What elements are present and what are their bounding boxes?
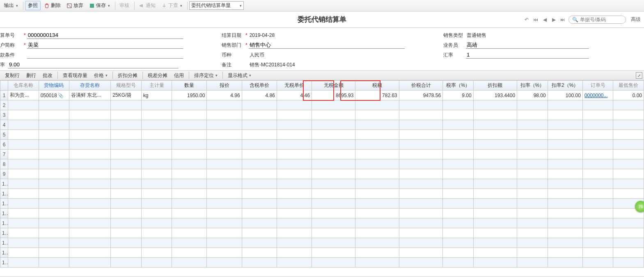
save-icon [89,3,95,9]
sales-dept-input[interactable] [249,41,405,49]
order-ref-link[interactable]: 0000000... [584,93,608,98]
page-title: 委托代销结算单 [298,15,346,24]
discard-icon [66,3,72,9]
col-warehouse[interactable]: 仓库名称 [8,81,39,91]
delete-icon [44,3,50,9]
table-row[interactable]: 15 [0,228,644,238]
copy-row-button[interactable]: 复制行 [2,71,23,80]
col-disc-amt[interactable]: 折扣额 [473,81,517,91]
separator [115,2,115,10]
del-row-button[interactable]: 删行 [23,71,39,80]
col-notax-price[interactable]: 无税单价 [277,81,312,91]
col-tax-amt[interactable]: 税额 [355,81,399,91]
nav-last-icon[interactable]: ⏭ [559,16,566,23]
check-stock-button[interactable]: 查看现存量 [60,71,91,80]
pulldown-button[interactable]: 下查▾ [159,1,185,10]
notify-button[interactable]: 通知 [136,1,158,10]
col-order-ref[interactable]: 订单号 [582,81,613,91]
discount-button[interactable]: 折扣分摊 [115,71,141,80]
search-box[interactable]: 🔍 [568,16,626,24]
col-min-price[interactable]: 最低售价 [613,81,644,91]
display-button[interactable]: 显示格式▾ [225,71,254,80]
pay-term-label: 款条件 [0,52,23,59]
delete-button[interactable]: 删除 [41,1,63,10]
table-row[interactable]: 5 [0,130,644,140]
pay-term-input[interactable] [27,51,183,59]
col-disc-rate[interactable]: 扣率（%） [517,81,548,91]
table-row[interactable]: 13 [0,209,644,218]
col-tax-price[interactable]: 含税单价 [242,81,277,91]
table-row[interactable]: 8 [0,159,644,169]
col-qty[interactable]: 数量 [172,81,207,91]
cust-name-label: 户简称 [0,42,23,49]
rate-label: 率 [0,61,8,68]
sort-button[interactable]: 排序定位▾ [191,71,221,80]
form-header: 算单号* 户简称* 款条件 率 结算日期*2019-04-28 销售部门* 币种… [0,28,644,70]
credit-button[interactable]: 信用 [171,71,187,80]
mode-combo[interactable]: 委托代销结算单显▾ [189,1,244,10]
search-input[interactable] [580,17,621,23]
table-row[interactable]: 11 [0,189,644,199]
separator [222,72,223,79]
sales-type-label: 销售类型 [443,32,466,39]
col-spec[interactable]: 规格型号 [111,81,142,91]
col-disc-rate2[interactable]: 扣率2（%） [548,81,582,91]
search-icon: 🔍 [572,17,578,23]
order-no-label: 算单号 [0,32,23,39]
nav-prev-icon[interactable]: ◀ [541,16,548,23]
col-notax-amt[interactable]: 无税金额 [312,81,355,91]
separator [134,2,135,10]
discard-button[interactable]: 放弃 [64,1,86,10]
sales-person-input[interactable] [466,41,589,49]
exch-rate-input[interactable] [466,51,589,59]
remark-value: 销售-MC201814-014 [249,61,296,69]
table-row[interactable]: 18 [0,258,644,268]
undo-icon[interactable]: ↶ [523,16,530,23]
table-row[interactable]: 17 [0,248,644,258]
batch-button[interactable]: 批改 [39,71,56,80]
down-icon [161,3,167,9]
table-row[interactable]: 2 [0,100,644,110]
table-row[interactable]: 1和为贵...050018📎谷满鲜 东北...25KG/袋kg1950.004.… [0,91,644,100]
order-no-input[interactable] [27,32,183,39]
rownum-header[interactable] [0,81,8,91]
table-row[interactable]: 3 [0,110,644,120]
col-tax-rate[interactable]: 税率（%） [443,81,474,91]
separator [23,2,23,10]
col-stock-name[interactable]: 存货名称 [69,81,111,91]
nav-next-icon[interactable]: ▶ [550,16,557,23]
table-row[interactable]: 16 [0,238,644,248]
audit-button[interactable]: 审核 [117,1,132,10]
export-button[interactable]: 输出▾ [2,1,21,10]
table-row[interactable]: 14 [0,218,644,228]
table-row[interactable]: 10 [0,179,644,189]
status-badge[interactable]: 76 [635,201,644,212]
col-main-unit[interactable]: 主计量 [141,81,172,91]
settle-date-label: 结算日期 [222,32,244,39]
attachment-icon[interactable]: 📎 [58,93,64,98]
table-row[interactable]: 7 [0,150,644,159]
price-button[interactable]: 价格▾ [91,71,111,80]
separator [57,72,58,79]
table-row[interactable]: 9 [0,169,644,179]
taxdiff-button[interactable]: 税差分摊 [144,71,171,80]
col-price[interactable]: 报价 [207,81,242,91]
save-button[interactable]: 保存▾ [87,1,112,10]
cust-name-input[interactable] [27,41,183,49]
advanced-link[interactable]: 高级 [631,16,641,23]
sales-person-label: 业务员 [443,42,466,49]
col-total[interactable]: 价税合计 [399,81,442,91]
nav-first-icon[interactable]: ⏮ [532,16,539,23]
col-stock-code[interactable]: 货物编码 [39,81,69,91]
remark-label: 备注 [222,61,244,68]
table-row[interactable]: 4 [0,120,644,130]
currency-label: 币种 [222,52,244,59]
table-row[interactable]: 6 [0,140,644,150]
grid-wrap[interactable]: 仓库名称 货物编码 存货名称 规格型号 主计量 数量 报价 含税单价 无税单价 … [0,80,644,277]
sales-dept-label: 销售部门 [222,42,244,49]
rate-input[interactable] [8,61,179,68]
expand-icon[interactable]: ⤢ [636,72,642,79]
table-row[interactable]: 12 [0,199,644,209]
ref-button[interactable]: 参照 [25,1,41,10]
nav-group: ↶ ⏮ ◀ ▶ ⏭ 🔍 高级 [523,16,644,24]
